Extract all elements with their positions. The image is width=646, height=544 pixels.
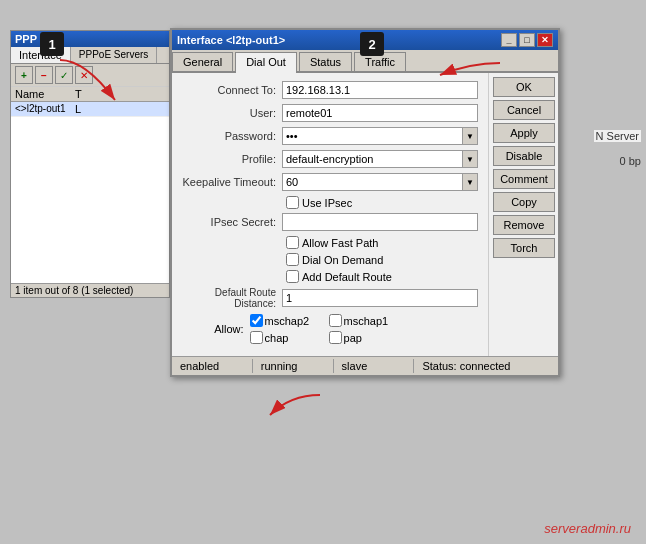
bps-label: 0 bp <box>620 155 641 167</box>
torch-button[interactable]: Torch <box>493 238 555 258</box>
pap-check: pap <box>329 331 404 344</box>
dial-on-demand-label: Dial On Demand <box>302 254 383 266</box>
password-field-wrapper: ▼ <box>282 127 478 145</box>
ipsec-secret-input[interactable] <box>282 213 478 231</box>
tab-status[interactable]: Status <box>299 52 352 71</box>
mschap2-checkbox[interactable] <box>250 314 263 327</box>
status-cell-4: Status: connected <box>414 359 558 373</box>
user-input[interactable] <box>282 104 478 122</box>
chap-checkbox[interactable] <box>250 331 263 344</box>
allow-fast-path-row: Allow Fast Path <box>286 236 478 249</box>
profile-input[interactable] <box>282 150 462 168</box>
allow-label: Allow: <box>182 323 250 335</box>
comment-button[interactable]: Comment <box>493 169 555 189</box>
keepalive-field-wrapper: ▼ <box>282 173 478 191</box>
password-input[interactable] <box>282 127 462 145</box>
dialog-statusbar: enabled running slave Status: connected <box>172 356 558 375</box>
interface-dialog: Interface <l2tp-out1> _ □ ✕ General Dial… <box>170 28 560 377</box>
remove-button[interactable]: − <box>35 66 53 84</box>
arrow-3-svg <box>260 390 330 430</box>
titlebar-buttons: _ □ ✕ <box>501 33 553 47</box>
add-default-route-checkbox[interactable] <box>286 270 299 283</box>
status-cell-3: slave <box>334 359 415 373</box>
apply-button[interactable]: Apply <box>493 123 555 143</box>
profile-label: Profile: <box>182 153 282 165</box>
ppp-titlebar: PPP <box>11 31 169 47</box>
connect-to-input[interactable] <box>282 81 478 99</box>
ppp-tab-pppoe[interactable]: PPPoE Servers <box>71 47 157 63</box>
profile-field-wrapper: ▼ <box>282 150 478 168</box>
add-default-route-label: Add Default Route <box>302 271 392 283</box>
disable-button[interactable]: Disable <box>493 146 555 166</box>
allow-fast-path-label: Allow Fast Path <box>302 237 378 249</box>
table-row[interactable]: <>l2tp-out1 L <box>11 102 169 117</box>
mschap1-checkbox[interactable] <box>329 314 342 327</box>
password-label: Password: <box>182 130 282 142</box>
connect-to-row: Connect To: <box>182 81 478 99</box>
add-default-route-row: Add Default Route <box>286 270 478 283</box>
default-route-distance-row: Default Route Distance: <box>182 287 478 309</box>
dialog-sidebar: OK Cancel Apply Disable Comment Copy Rem… <box>488 73 558 356</box>
allow-row: Allow: mschap2 mschap1 chap <box>182 314 478 344</box>
ipsec-secret-label: IPsec Secret: <box>182 216 282 228</box>
dial-on-demand-checkbox[interactable] <box>286 253 299 266</box>
dialog-content: Connect To: User: Password: ▼ Profile: <box>172 73 558 356</box>
ipsec-secret-row: IPsec Secret: <box>182 213 478 231</box>
keepalive-label: Keepalive Timeout: <box>182 176 282 188</box>
x-button[interactable]: ✕ <box>75 66 93 84</box>
status-cell-1: enabled <box>172 359 253 373</box>
mschap2-check: mschap2 <box>250 314 325 327</box>
check-button[interactable]: ✓ <box>55 66 73 84</box>
tab-general[interactable]: General <box>172 52 233 71</box>
maximize-button[interactable]: □ <box>519 33 535 47</box>
ppp-table-header: Name T <box>11 87 169 102</box>
dialog-form: Connect To: User: Password: ▼ Profile: <box>172 73 488 356</box>
ppp-window: PPP Interface PPPoE Servers + − ✓ ✕ Name… <box>10 30 170 298</box>
user-label: User: <box>182 107 282 119</box>
tab-dialout[interactable]: Dial Out <box>235 52 297 73</box>
use-ipsec-label: Use IPsec <box>302 197 352 209</box>
allow-checkboxes: mschap2 mschap1 chap pap <box>250 314 478 344</box>
password-arrow-btn[interactable]: ▼ <box>462 127 478 145</box>
ok-button[interactable]: OK <box>493 77 555 97</box>
chap-check: chap <box>250 331 325 344</box>
watermark: serveradmin.ru <box>544 521 631 536</box>
close-button[interactable]: ✕ <box>537 33 553 47</box>
copy-button[interactable]: Copy <box>493 192 555 212</box>
ppp-toolbar: + − ✓ ✕ <box>11 64 169 87</box>
n-server-label: N Server <box>594 130 641 142</box>
status-cell-2: running <box>253 359 334 373</box>
mschap1-check: mschap1 <box>329 314 404 327</box>
minimize-button[interactable]: _ <box>501 33 517 47</box>
user-row: User: <box>182 104 478 122</box>
ppp-status: 1 item out of 8 (1 selected) <box>11 283 169 297</box>
password-row: Password: ▼ <box>182 127 478 145</box>
cancel-button[interactable]: Cancel <box>493 100 555 120</box>
ppp-tabs: Interface PPPoE Servers <box>11 47 169 64</box>
keepalive-arrow-btn[interactable]: ▼ <box>462 173 478 191</box>
use-ipsec-checkbox[interactable] <box>286 196 299 209</box>
keepalive-row: Keepalive Timeout: ▼ <box>182 173 478 191</box>
profile-row: Profile: ▼ <box>182 150 478 168</box>
remove-button[interactable]: Remove <box>493 215 555 235</box>
default-route-distance-label: Default Route Distance: <box>182 287 282 309</box>
dialog-title: Interface <l2tp-out1> <box>177 34 285 46</box>
add-button[interactable]: + <box>15 66 33 84</box>
pap-checkbox[interactable] <box>329 331 342 344</box>
annotation-1: 1 <box>40 32 64 56</box>
profile-arrow-btn[interactable]: ▼ <box>462 150 478 168</box>
annotation-2: 2 <box>360 32 384 56</box>
default-route-distance-input[interactable] <box>282 289 478 307</box>
dial-on-demand-row: Dial On Demand <box>286 253 478 266</box>
allow-fast-path-checkbox[interactable] <box>286 236 299 249</box>
use-ipsec-row: Use IPsec <box>286 196 478 209</box>
connect-to-label: Connect To: <box>182 84 282 96</box>
keepalive-input[interactable] <box>282 173 462 191</box>
